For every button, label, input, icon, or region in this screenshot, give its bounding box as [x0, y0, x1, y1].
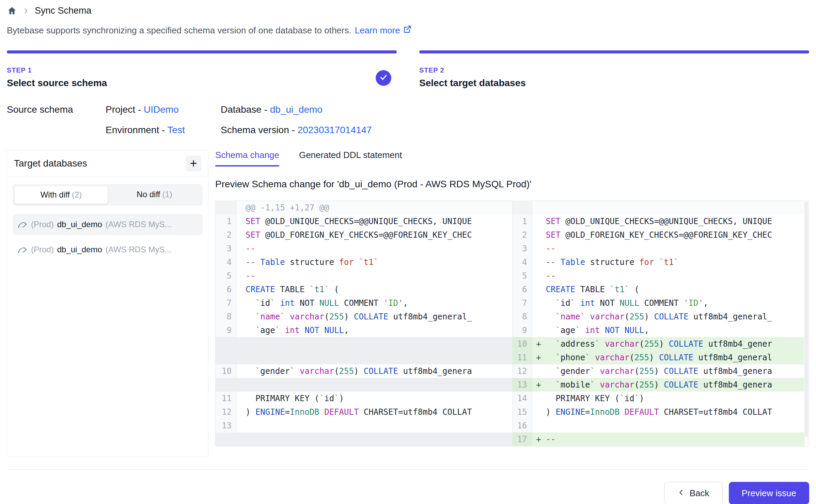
diff-added-row: 17+-- — [513, 432, 809, 446]
diff-change-sign: + — [532, 432, 545, 446]
step-1-completed-check — [376, 70, 391, 86]
diff-row: 4-- Table structure for `t1` — [216, 255, 512, 269]
diff-line-number: 2 — [513, 228, 532, 242]
preview-title: Preview Schema change for 'db_ui_demo (P… — [215, 179, 809, 190]
page-title: Sync Schema — [35, 5, 92, 16]
diff-change-sign — [532, 405, 545, 419]
diff-line-number — [216, 432, 237, 446]
schema-preview-section: Schema change Generated DDL statement Pr… — [215, 150, 809, 446]
diff-line-number: 3 — [216, 242, 237, 255]
tab-schema-change[interactable]: Schema change — [215, 150, 279, 167]
tab-with-diff-count: (2) — [72, 190, 82, 199]
diff-added-row: 10+ `address` varchar(255) COLLATE utf8m… — [513, 337, 809, 351]
tab-generated-ddl[interactable]: Generated DDL statement — [299, 150, 402, 167]
footer-actions: Back Preview issue — [7, 482, 809, 504]
diff-row: 7 `id` int NOT NULL COMMENT 'ID', — [216, 296, 512, 310]
diff-change-sign — [532, 215, 545, 228]
environment-field-name: Environment — [106, 125, 159, 135]
preview-tabs: Schema change Generated DDL statement — [215, 150, 809, 167]
field-separator: - — [135, 104, 144, 115]
diff-placeholder-row — [216, 337, 512, 351]
target-databases-title: Target databases — [14, 158, 87, 169]
diff-line-number: 5 — [216, 269, 237, 283]
diff-row: 8 `name` varchar(255) COLLATE utf8mb4_ge… — [216, 310, 512, 324]
diff-code-line: -- Table structure for `t1` — [237, 255, 512, 269]
diff-code-line: CREATE TABLE `t1` ( — [237, 283, 512, 296]
mysql-icon — [17, 245, 28, 255]
diff-row: 14 PRIMARY KEY (`id`) — [513, 392, 809, 405]
tab-with-diff[interactable]: With diff(2) — [14, 186, 108, 204]
project-field: Project - UIDemo — [106, 104, 221, 115]
db-environment: (Prod) — [31, 220, 54, 229]
learn-more-link[interactable]: Learn more — [355, 25, 412, 36]
field-separator: - — [289, 125, 298, 135]
diff-scrollbar-thumb[interactable] — [805, 202, 808, 437]
diff-code-line: -- — [237, 242, 512, 255]
diff-scrollbar[interactable] — [804, 201, 809, 446]
diff-code-line: `age` int NOT NULL, — [545, 324, 809, 337]
source-schema-summary: Source schema Project - UIDemo Database … — [7, 104, 809, 136]
diff-code-line: SET @OLD_FOREIGN_KEY_CHECKS=@@FOREIGN_KE… — [545, 228, 809, 242]
schema-version-link[interactable]: 20230317014147 — [298, 125, 372, 135]
diff-line-number: 15 — [513, 405, 532, 419]
breadcrumb: Sync Schema — [7, 5, 809, 16]
diff-row: 4-- Table structure for `t1` — [513, 255, 809, 269]
db-instance: (AWS RDS MyS... — [106, 220, 172, 229]
diff-code-line: `age` int NOT NULL, — [237, 324, 512, 337]
chevron-left-icon — [677, 488, 685, 499]
diff-change-sign — [532, 242, 545, 255]
preview-issue-button[interactable]: Preview issue — [729, 482, 809, 504]
target-db-item[interactable]: (Prod)db_ui_demo(AWS RDS MyS... — [13, 214, 203, 235]
diff-code-line: ) ENGINE=InnoDB DEFAULT CHARSET=utf8mb4 … — [237, 405, 512, 419]
diff-line-number: 6 — [513, 283, 532, 296]
diff-row: 13 — [216, 419, 512, 432]
diff-row: 2SET @OLD_FOREIGN_KEY_CHECKS=@@FOREIGN_K… — [513, 228, 809, 242]
step-2-title: Select target databases — [419, 78, 809, 89]
target-panel-header: Target databases + — [7, 150, 208, 177]
diff-line-number: 1 — [216, 215, 237, 228]
home-icon[interactable] — [7, 6, 17, 16]
diff-placeholder-row — [216, 378, 512, 392]
diff-row: 3-- — [513, 242, 809, 255]
add-target-database-button[interactable]: + — [186, 156, 201, 171]
diff-row: 12) ENGINE=InnoDB DEFAULT CHARSET=utf8mb… — [216, 405, 512, 419]
diff-line-number — [216, 337, 237, 351]
diff-change-sign: + — [532, 337, 545, 351]
target-db-item[interactable]: (Prod)db_ui_demo(AWS RDS MyS... — [13, 239, 203, 260]
diff-code-line: PRIMARY KEY (`id`) — [545, 392, 809, 405]
diff-code-line: -- Table structure for `t1` — [545, 255, 809, 269]
diff-code-line: -- — [237, 269, 512, 283]
diff-code-line — [237, 378, 512, 392]
project-link[interactable]: UIDemo — [144, 104, 179, 115]
diff-row: 16 — [513, 419, 809, 432]
diff-row: 8 `name` varchar(255) COLLATE utf8mb4_ge… — [513, 310, 809, 324]
diff-line-number: 5 — [513, 269, 532, 283]
diff-added-row: 13+ `mobile` varchar(255) COLLATE utf8mb… — [513, 378, 809, 392]
tab-no-diff[interactable]: No diff(1) — [108, 186, 201, 204]
diff-line-number: 13 — [216, 419, 237, 432]
diff-code-line — [237, 337, 512, 351]
environment-link[interactable]: Test — [168, 125, 185, 135]
diff-line-number: 8 — [216, 310, 237, 324]
db-instance: (AWS RDS MyS... — [106, 245, 172, 254]
tab-with-diff-label: With diff — [41, 190, 70, 199]
step-1-label: STEP 1 — [7, 66, 397, 74]
diff-code-line: `id` int NOT NULL COMMENT 'ID', — [545, 296, 809, 310]
diff-row: 9 `age` int NOT NULL, — [513, 324, 809, 337]
diff-code-line — [237, 351, 512, 364]
database-link[interactable]: db_ui_demo — [270, 104, 323, 115]
diff-line-number: 6 — [216, 283, 237, 296]
diff-line-number: 12 — [513, 364, 532, 378]
diff-left-pane: @@ -1,15 +1,27 @@ 1SET @OLD_UNIQUE_CHECK… — [216, 201, 513, 446]
diff-code-line: ) ENGINE=InnoDB DEFAULT CHARSET=utf8mb4 … — [545, 405, 809, 419]
db-name: db_ui_demo — [57, 245, 102, 254]
main-area: Target databases + With diff(2) No diff(… — [7, 150, 809, 457]
field-separator: - — [262, 104, 270, 115]
diff-line-number: 2 — [216, 228, 237, 242]
diff-row: 11 PRIMARY KEY (`id`) — [216, 392, 512, 405]
sync-schema-page: Sync Schema Bytebase supports synchroniz… — [0, 5, 816, 504]
source-schema-label: Source schema — [7, 104, 106, 115]
check-icon — [379, 73, 388, 83]
back-button[interactable]: Back — [664, 482, 723, 504]
diff-gutter — [216, 201, 237, 215]
